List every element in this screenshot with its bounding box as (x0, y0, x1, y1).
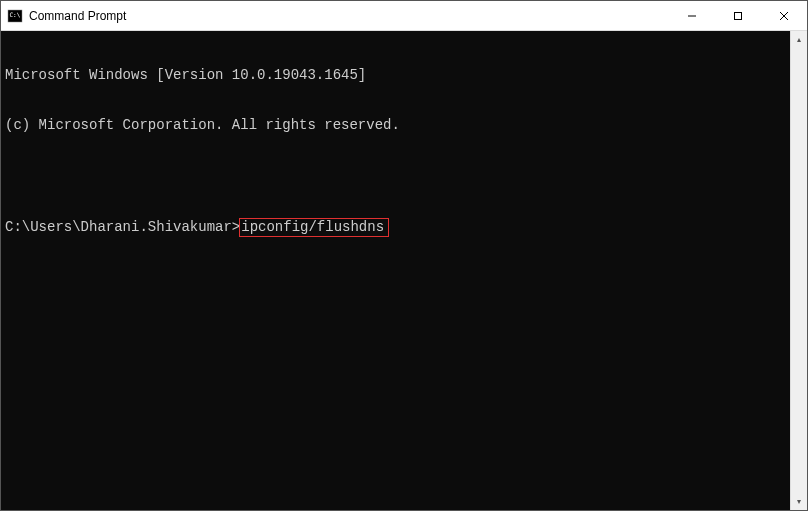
prompt-path: C:\Users\Dharani.Shivakumar> (5, 219, 240, 236)
version-line: Microsoft Windows [Version 10.0.19043.16… (5, 67, 786, 84)
copyright-line: (c) Microsoft Corporation. All rights re… (5, 117, 786, 134)
vertical-scrollbar[interactable]: ▴ ▾ (790, 31, 807, 510)
svg-text:C:\: C:\ (10, 11, 21, 18)
svg-rect-3 (735, 12, 742, 19)
window-controls (669, 1, 807, 30)
scroll-track[interactable] (791, 48, 807, 493)
terminal-output[interactable]: Microsoft Windows [Version 10.0.19043.16… (1, 31, 790, 510)
scroll-down-button[interactable]: ▾ (791, 493, 807, 510)
terminal-container: Microsoft Windows [Version 10.0.19043.16… (1, 31, 807, 510)
titlebar[interactable]: C:\ Command Prompt (1, 1, 807, 31)
scroll-up-button[interactable]: ▴ (791, 31, 807, 48)
window-title: Command Prompt (29, 9, 669, 23)
command-highlight: ipconfig/flushdns (239, 218, 389, 237)
blank-line (5, 167, 786, 184)
cmd-icon: C:\ (7, 8, 23, 24)
prompt-line: C:\Users\Dharani.Shivakumar>ipconfig/flu… (5, 218, 786, 237)
minimize-button[interactable] (669, 1, 715, 30)
command-prompt-window: C:\ Command Prompt Microsoft Windows [Ve… (0, 0, 808, 511)
maximize-button[interactable] (715, 1, 761, 30)
close-button[interactable] (761, 1, 807, 30)
